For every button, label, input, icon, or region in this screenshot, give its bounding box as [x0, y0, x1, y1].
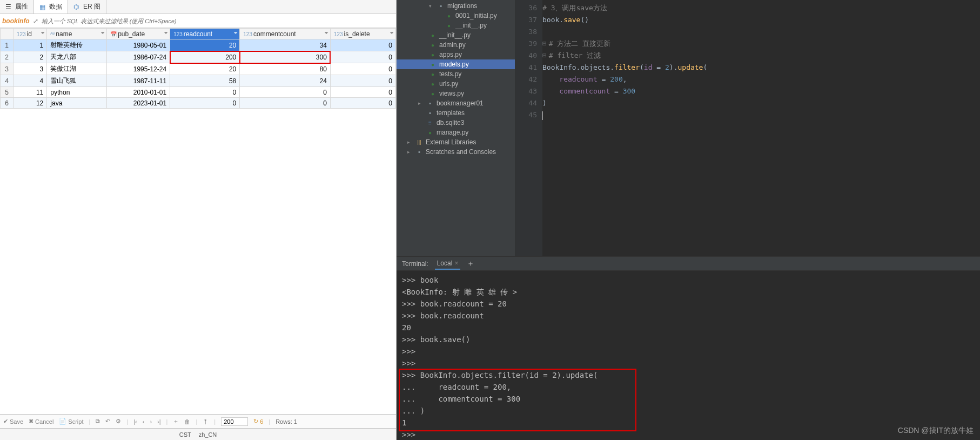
tree-file[interactable]: manage.py — [397, 128, 515, 137]
tree-file[interactable]: __init__.py — [397, 30, 515, 40]
cell-id[interactable]: 1 — [14, 39, 47, 51]
table-row[interactable]: 511python2010-01-01000 — [1, 87, 396, 98]
next-icon[interactable]: › — [150, 418, 152, 425]
cell-isdelete[interactable]: 0 — [330, 75, 395, 87]
rownum-cell[interactable]: 1 — [1, 39, 14, 51]
tree-scratches[interactable]: ▸Scratches and Consoles — [397, 147, 515, 157]
col-pubdate[interactable]: 📅pub_date⏷ — [107, 29, 170, 39]
table-row[interactable]: 11射雕英雄传1980-05-0120340 — [1, 39, 396, 51]
tree-file-models[interactable]: models.py — [397, 59, 515, 69]
tree-file[interactable]: urls.py — [397, 79, 515, 89]
cell-readcount[interactable]: 0 — [170, 98, 240, 109]
cell-value-input[interactable] — [221, 417, 248, 426]
tab-properties[interactable]: ☰属性 — [0, 0, 34, 14]
rownum-cell[interactable]: 2 — [1, 51, 14, 63]
save-button[interactable]: ✔ Save — [3, 418, 23, 425]
filter-icon[interactable]: ⏷ — [41, 30, 45, 36]
cell-isdelete[interactable]: 0 — [330, 39, 395, 51]
tab-er[interactable]: ⌬ER 图 — [68, 0, 106, 14]
cell-commentcount[interactable]: 0 — [240, 87, 331, 98]
cell-readcount[interactable]: 0 — [170, 87, 240, 98]
cell-isdelete[interactable]: 0 — [330, 51, 395, 63]
col-commentcount[interactable]: 123commentcount⏷ — [240, 29, 331, 39]
tree-file[interactable]: 0001_initial.py — [397, 11, 515, 21]
col-isdelete[interactable]: 123is_delete⏷ — [330, 29, 395, 39]
tree-file[interactable]: apps.py — [397, 50, 515, 59]
cell-name[interactable]: 射雕英雄传 — [47, 39, 107, 51]
close-icon[interactable]: × — [454, 259, 458, 267]
cell-commentcount[interactable]: 34 — [240, 39, 331, 51]
cell-name[interactable]: 雪山飞狐 — [47, 75, 107, 87]
rownum-header[interactable] — [1, 29, 14, 39]
tree-external-libs[interactable]: ▸External Libraries — [397, 137, 515, 147]
script-button[interactable]: 📄 Script — [59, 418, 83, 425]
rownum-cell[interactable]: 6 — [1, 98, 14, 109]
export-icon[interactable]: ⭱ — [203, 418, 209, 425]
table-row[interactable]: 612java2023-01-01000 — [1, 98, 396, 109]
cell-pubdate[interactable]: 1987-11-11 — [107, 75, 170, 87]
cell-id[interactable]: 2 — [14, 51, 47, 63]
tree-folder-migrations[interactable]: ▾migrations — [397, 1, 515, 11]
cell-pubdate[interactable]: 1980-05-01 — [107, 39, 170, 51]
refresh-button[interactable]: ↻ 6 — [253, 418, 263, 425]
cell-commentcount[interactable]: 300 — [240, 51, 331, 63]
table-row[interactable]: 33笑傲江湖1995-12-2420800 — [1, 63, 396, 75]
cell-commentcount[interactable]: 0 — [240, 98, 331, 109]
cell-id[interactable]: 12 — [14, 98, 47, 109]
terminal-tab-local[interactable]: Local× — [435, 258, 461, 270]
tree-file-db[interactable]: db.sqlite3 — [397, 118, 515, 128]
cell-readcount[interactable]: 58 — [170, 75, 240, 87]
rownum-cell[interactable]: 5 — [1, 87, 14, 98]
cell-id[interactable]: 4 — [14, 75, 47, 87]
cell-pubdate[interactable]: 2023-01-01 — [107, 98, 170, 109]
undo-icon[interactable]: ↶ — [105, 418, 110, 425]
table-row[interactable]: 22天龙八部1986-07-242003000 — [1, 51, 396, 63]
cell-pubdate[interactable]: 1995-12-24 — [107, 63, 170, 75]
tab-data[interactable]: ▦数据 — [34, 0, 68, 14]
table-row[interactable]: 44雪山飞狐1987-11-1158240 — [1, 75, 396, 87]
add-icon[interactable]: ＋ — [173, 417, 179, 425]
filter-icon[interactable]: ⏷ — [324, 30, 329, 36]
cell-readcount[interactable]: 200 — [170, 51, 240, 63]
project-tree[interactable]: ▾migrations 0001_initial.py __init__.py … — [397, 0, 515, 256]
data-grid[interactable]: 123id⏷ ᴬᴮname⏷ 📅pub_date⏷ 123readcount⏷ … — [0, 28, 396, 414]
filter-icon[interactable]: ⏷ — [164, 30, 169, 36]
settings-icon[interactable]: ⚙ — [116, 418, 121, 425]
cell-readcount[interactable]: 20 — [170, 63, 240, 75]
cell-isdelete[interactable]: 0 — [330, 87, 395, 98]
filter-icon[interactable]: ⏷ — [100, 30, 105, 36]
filter-icon[interactable]: ⏷ — [390, 30, 394, 36]
cell-readcount[interactable]: 20 — [170, 39, 240, 51]
col-name[interactable]: ᴬᴮname⏷ — [47, 29, 107, 39]
cell-id[interactable]: 3 — [14, 63, 47, 75]
cancel-button[interactable]: ✖ Cancel — [29, 418, 53, 425]
tree-folder[interactable]: templates — [397, 108, 515, 118]
tree-file[interactable]: admin.py — [397, 40, 515, 50]
cell-isdelete[interactable]: 0 — [330, 98, 395, 109]
tree-folder[interactable]: ▸bookmanager01 — [397, 98, 515, 108]
last-icon[interactable]: ›| — [157, 418, 161, 425]
cell-id[interactable]: 11 — [14, 87, 47, 98]
sql-filter-input[interactable] — [42, 18, 394, 24]
tree-file[interactable]: tests.py — [397, 69, 515, 79]
cell-name[interactable]: python — [47, 87, 107, 98]
code-body[interactable]: # 3、调用save方法book.save() ⊟# 方法二 直接更新⊟# fi… — [542, 0, 707, 256]
rownum-cell[interactable]: 3 — [1, 63, 14, 75]
tree-file[interactable]: __init__.py — [397, 21, 515, 30]
filter-icon[interactable]: ⏷ — [233, 30, 238, 36]
duplicate-icon[interactable]: ⧉ — [96, 418, 100, 425]
cell-name[interactable]: java — [47, 98, 107, 109]
cell-pubdate[interactable]: 2010-01-01 — [107, 87, 170, 98]
cell-pubdate[interactable]: 1986-07-24 — [107, 51, 170, 63]
tree-file[interactable]: views.py — [397, 89, 515, 98]
prev-icon[interactable]: ‹ — [143, 418, 145, 425]
col-readcount[interactable]: 123readcount⏷ — [170, 29, 240, 39]
col-id[interactable]: 123id⏷ — [14, 29, 47, 39]
code-editor[interactable]: 36373839404142434445 # 3、调用save方法book.sa… — [515, 0, 980, 256]
add-terminal-button[interactable]: ＋ — [467, 259, 474, 269]
cell-isdelete[interactable]: 0 — [330, 63, 395, 75]
first-icon[interactable]: |‹ — [133, 418, 137, 425]
terminal-body[interactable]: >>> book<BookInfo: 射 雕 英 雄 传 >>>> book.r… — [397, 271, 980, 440]
cell-name[interactable]: 天龙八部 — [47, 51, 107, 63]
cell-commentcount[interactable]: 80 — [240, 63, 331, 75]
